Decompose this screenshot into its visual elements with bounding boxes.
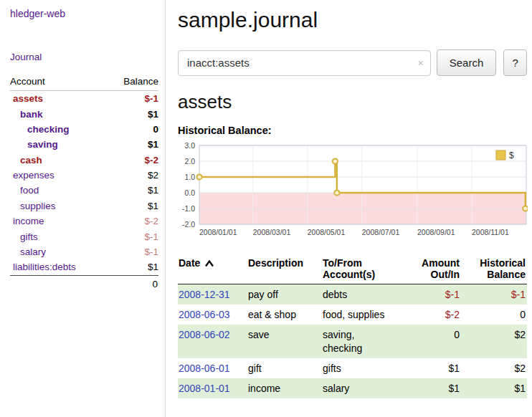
account-link[interactable]: liabilities:debts: [10, 262, 76, 272]
register-row: 2008-12-31pay offdebts$-1$-1: [178, 284, 527, 305]
page-title: sample.journal: [178, 8, 527, 32]
register-header-date[interactable]: Date: [178, 256, 247, 284]
account-row: income$-2: [10, 214, 158, 229]
accounts-table-body: assets$-1bank$1checking0saving$1cash$-2e…: [10, 91, 158, 275]
accounts-table: Account Balance assets$-1bank$1checking0…: [10, 75, 158, 289]
register-date[interactable]: 2008-01-01: [179, 383, 230, 394]
chart-title: Historical Balance:: [178, 125, 527, 136]
register-date[interactable]: 2008-06-02: [179, 329, 230, 340]
account-balance: $-1: [144, 93, 158, 104]
register-header-amount: Amount Out/In: [398, 256, 461, 284]
register-amount: 0: [454, 329, 460, 340]
register-table-body: 2008-12-31pay offdebts$-1$-12008-06-03ea…: [178, 284, 527, 399]
account-link[interactable]: salary: [10, 246, 46, 257]
register-date[interactable]: 2008-06-03: [179, 309, 230, 320]
account-link[interactable]: expenses: [10, 170, 54, 181]
register-accounts: food, supplies: [323, 309, 384, 320]
account-row: bank$1: [10, 106, 158, 121]
account-link[interactable]: checking: [10, 124, 70, 135]
account-link[interactable]: saving: [10, 139, 58, 150]
accounts-table-header: Account Balance: [10, 75, 158, 91]
account-heading: assets: [178, 91, 527, 113]
help-button[interactable]: ?: [503, 49, 527, 76]
register-header-description: Description: [247, 256, 322, 284]
account-row: cash$-2: [10, 153, 158, 168]
account-balance: $1: [148, 201, 158, 211]
account-balance: $-2: [144, 155, 158, 166]
register-description: gift: [248, 363, 262, 374]
clear-search-icon[interactable]: ×: [418, 58, 424, 68]
register-balance: $2: [514, 363, 526, 374]
accounts-total: 0: [10, 275, 158, 289]
chevron-up-icon: [204, 259, 214, 267]
svg-text:0.0: 0.0: [184, 188, 195, 197]
accounts-header-account: Account: [10, 76, 45, 87]
svg-text:2008/09/01: 2008/09/01: [417, 228, 455, 236]
register-accounts: debts: [323, 289, 347, 300]
register-amount: $1: [448, 363, 460, 374]
register-amount: $1: [448, 383, 460, 394]
register-amount: $-2: [445, 309, 460, 320]
svg-text:3.0: 3.0: [184, 142, 195, 150]
accounts-header-balance: Balance: [123, 76, 158, 87]
search-input[interactable]: [178, 50, 431, 76]
account-link[interactable]: assets: [10, 93, 43, 104]
account-link[interactable]: gifts: [10, 231, 38, 242]
register-header-balance: Historical Balance: [461, 256, 527, 284]
svg-text:2008/05/01: 2008/05/01: [308, 228, 346, 236]
account-row: gifts$-1: [10, 229, 158, 244]
svg-text:2008/03/01: 2008/03/01: [253, 228, 291, 236]
account-balance: $-1: [144, 246, 158, 257]
register-accounts: salary: [323, 383, 349, 394]
account-link[interactable]: supplies: [10, 201, 56, 211]
app-title-link[interactable]: hledger-web: [10, 8, 65, 19]
svg-text:-1.0: -1.0: [182, 204, 195, 213]
account-row: checking0: [10, 122, 158, 137]
register-description: save: [248, 329, 270, 340]
register-balance: $1: [514, 383, 526, 394]
search-box: ×: [178, 50, 431, 76]
register-row: 2008-06-03eat & shopfood, supplies$-20: [178, 305, 527, 325]
register-description: income: [248, 383, 280, 394]
chart-area: $3.02.01.00.0-1.0-2.02008/01/012008/03/0…: [178, 142, 527, 246]
register-table: Date Description To/From Account(s) Amou…: [178, 256, 527, 398]
register-date[interactable]: 2008-12-31: [179, 289, 230, 300]
account-row: supplies$1: [10, 198, 158, 214]
main-content: sample.journal × Search ? assets Histori…: [166, 0, 532, 417]
account-balance: $-2: [144, 216, 158, 226]
register-accounts: gifts: [323, 363, 341, 374]
register-date[interactable]: 2008-06-01: [179, 363, 230, 374]
register-balance: $-1: [511, 289, 526, 300]
account-link[interactable]: bank: [10, 109, 43, 120]
search-button[interactable]: Search: [437, 49, 497, 76]
account-balance: $1: [148, 139, 158, 150]
register-accounts: saving, checking: [323, 329, 362, 353]
account-row: salary$-1: [10, 244, 158, 259]
register-description: pay off: [248, 289, 278, 300]
account-link[interactable]: food: [10, 185, 39, 196]
register-row: 2008-06-01giftgifts$1$2: [178, 358, 527, 378]
balance-chart: $3.02.01.00.0-1.0-2.02008/01/012008/03/0…: [178, 142, 528, 244]
account-row: saving$1: [10, 137, 158, 152]
svg-text:2008/11/01: 2008/11/01: [472, 228, 509, 236]
register-header-account: To/From Account(s): [322, 256, 398, 284]
svg-text:-2.0: -2.0: [182, 220, 195, 229]
svg-text:2008/01/01: 2008/01/01: [199, 228, 237, 236]
account-balance: 0: [153, 124, 158, 135]
account-link[interactable]: cash: [10, 155, 42, 166]
register-balance: 0: [520, 309, 526, 320]
svg-text:2.0: 2.0: [184, 157, 195, 166]
register-row: 2008-06-02savesaving, checking0$2: [178, 325, 527, 358]
svg-text:1.0: 1.0: [184, 173, 195, 181]
account-balance: $1: [148, 185, 158, 196]
account-row: expenses$2: [10, 168, 158, 183]
account-link[interactable]: income: [10, 216, 44, 226]
account-balance: $2: [148, 170, 158, 181]
sidebar-item-journal[interactable]: Journal: [10, 52, 42, 62]
account-balance: $-1: [144, 231, 158, 242]
sidebar: hledger-web Journal Account Balance asse…: [0, 0, 166, 417]
register-description: eat & shop: [248, 309, 296, 320]
register-row: 2008-01-01incomesalary$1$1: [178, 378, 527, 398]
register-header-row: Date Description To/From Account(s) Amou…: [178, 256, 527, 284]
search-bar: × Search ?: [178, 49, 527, 76]
